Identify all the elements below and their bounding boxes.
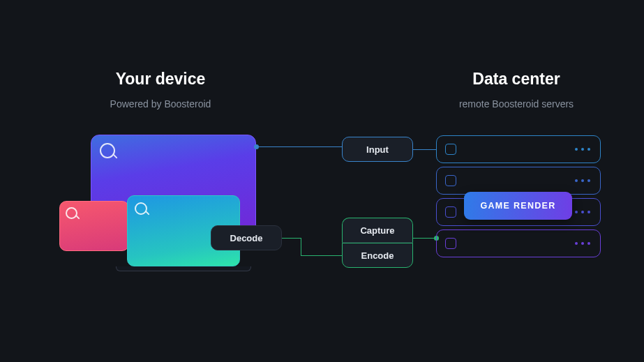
device-title: Your device [77,70,244,89]
datacenter-column-header: Data center remote Boosteroid servers [433,70,600,110]
decode-line-vertical [301,238,301,255]
server-unit [436,229,601,257]
game-render-badge: GAME RENDER [464,192,572,220]
server-slot-icon [445,144,456,155]
server-slot-icon [445,238,456,249]
server-unit [436,135,601,163]
device-subtitle: Powered by Boosteroid [77,98,244,110]
server-slot-icon [445,206,456,218]
search-icon [100,143,115,158]
search-icon [66,207,77,219]
input-line-to-server [413,149,436,150]
laptop-base [116,266,251,271]
decode-label: Decode [211,225,282,250]
server-leds-icon [575,179,590,182]
input-label: Input [342,137,413,162]
server-leds-icon [575,242,590,245]
search-icon [135,202,147,215]
capture-label: Capture [342,218,413,243]
server-unit [436,167,601,195]
input-line [256,146,342,147]
encode-label: Encode [342,243,413,268]
device-column-header: Your device Powered by Boosteroid [77,70,244,110]
server-leds-icon [575,211,590,213]
devices-group [59,135,283,278]
server-return-line [413,238,436,239]
server-leds-icon [575,148,590,151]
decode-line [282,238,301,239]
encode-line [301,255,342,256]
server-slot-icon [445,175,456,186]
tablet-device [59,201,129,251]
datacenter-subtitle: remote Boosteroid servers [433,98,600,110]
datacenter-title: Data center [433,70,600,89]
